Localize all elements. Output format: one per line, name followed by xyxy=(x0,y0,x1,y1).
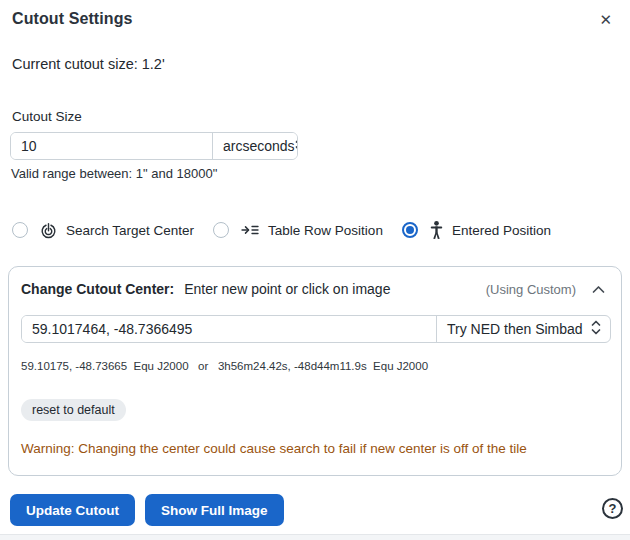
reset-to-default-button[interactable]: reset to default xyxy=(21,399,126,421)
show-full-image-button[interactable]: Show Full Image xyxy=(145,494,284,526)
update-cutout-button[interactable]: Update Cutout xyxy=(10,494,135,526)
resolved-coords-text: 59.10175, -48.73665 Equ J2000 or 3h56m24… xyxy=(21,360,609,372)
dialog-title: Cutout Settings xyxy=(12,10,133,28)
resolver-select-value: Try NED then Simbad xyxy=(447,321,583,337)
using-custom-status: (Using Custom) xyxy=(486,282,576,297)
dialog-footer: Update Cutout Show Full Image xyxy=(10,494,284,526)
cutout-size-label: Cutout Size xyxy=(12,109,630,124)
cutout-settings-dialog: Cutout Settings ✕ Current cutout size: 1… xyxy=(0,0,630,540)
current-cutout-size-text: Current cutout size: 1.2' xyxy=(12,56,630,72)
position-entry-control: Try NED then Simbad xyxy=(21,315,611,343)
radio-circle[interactable] xyxy=(213,222,229,238)
cutout-size-input[interactable] xyxy=(11,133,212,159)
radio-label: Entered Position xyxy=(452,223,551,238)
bottom-strip xyxy=(0,534,630,540)
help-icon[interactable]: ? xyxy=(602,498,623,519)
panel-header: Change Cutout Center: Enter new point or… xyxy=(21,281,609,297)
warning-text: Warning: Changing the center could cause… xyxy=(21,441,609,456)
cutout-size-unit-select[interactable]: arcseconds xyxy=(212,133,298,159)
select-caret-icon xyxy=(591,320,601,339)
radio-circle[interactable] xyxy=(12,222,28,238)
panel-subtitle: Enter new point or click on image xyxy=(184,281,390,297)
resolver-select[interactable]: Try NED then Simbad xyxy=(436,316,610,342)
panel-title: Change Cutout Center: xyxy=(21,281,174,297)
unit-select-value: arcseconds xyxy=(223,138,295,154)
position-input[interactable] xyxy=(22,316,436,342)
select-caret-icon xyxy=(295,137,298,156)
cutout-size-control: arcseconds xyxy=(10,132,298,160)
radio-label: Search Target Center xyxy=(66,223,194,238)
radio-entered-position[interactable]: Entered Position xyxy=(402,221,551,239)
row-arrow-icon xyxy=(241,223,259,237)
person-icon xyxy=(430,221,443,239)
close-icon[interactable]: ✕ xyxy=(595,10,616,29)
chevron-up-icon[interactable] xyxy=(592,285,605,294)
change-cutout-center-panel: Change Cutout Center: Enter new point or… xyxy=(8,266,622,476)
help-glyph: ? xyxy=(609,501,617,516)
center-mode-radio-group: Search Target Center Table Row Position xyxy=(12,221,630,239)
valid-range-text: Valid range between: 1" and 18000" xyxy=(11,166,630,181)
dialog-header: Cutout Settings ✕ xyxy=(0,0,630,29)
radio-label: Table Row Position xyxy=(268,223,383,238)
target-icon xyxy=(40,222,57,239)
radio-search-target-center[interactable]: Search Target Center xyxy=(12,222,194,239)
radio-table-row-position[interactable]: Table Row Position xyxy=(213,222,383,238)
radio-circle[interactable] xyxy=(402,222,418,238)
